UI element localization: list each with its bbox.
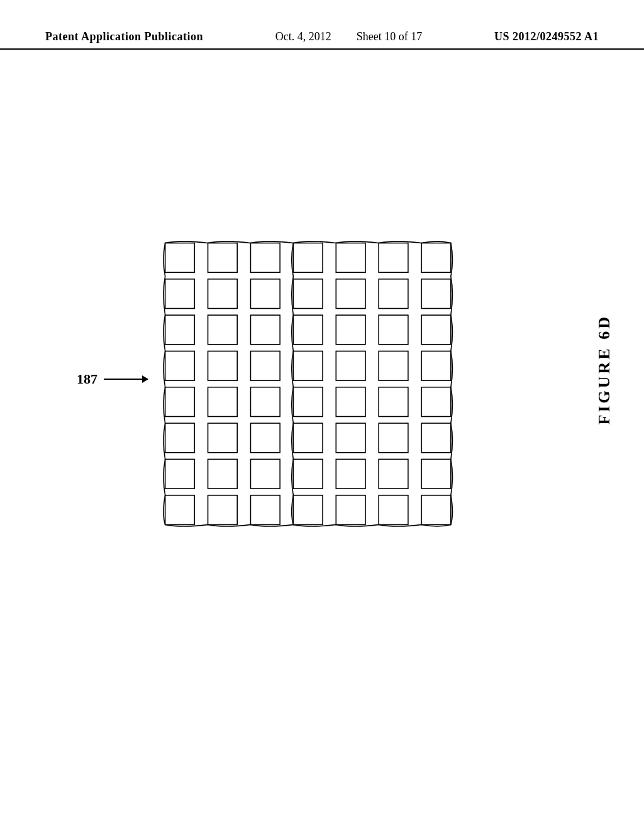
svg-rect-51	[250, 495, 280, 525]
svg-rect-39	[336, 423, 365, 453]
svg-rect-1	[208, 243, 238, 273]
svg-rect-17	[293, 315, 323, 345]
svg-rect-3	[293, 243, 323, 273]
main-content: 187	[0, 239, 644, 541]
svg-rect-44	[250, 459, 280, 489]
svg-rect-6	[421, 243, 451, 273]
header-center: Oct. 4, 2012 Sheet 10 of 17	[275, 30, 422, 43]
svg-rect-19	[379, 315, 408, 345]
svg-rect-29	[208, 387, 238, 417]
figure-label: FIGURE 6D	[595, 314, 614, 424]
sheet-number: Sheet 10 of 17	[357, 30, 422, 43]
svg-rect-36	[208, 423, 238, 453]
svg-rect-7	[165, 279, 195, 309]
svg-rect-26	[379, 351, 408, 380]
arrow-icon	[104, 379, 148, 380]
svg-rect-2	[250, 243, 280, 273]
publication-date: Oct. 4, 2012	[275, 30, 331, 43]
svg-rect-48	[421, 459, 451, 489]
svg-rect-52	[293, 495, 323, 525]
svg-rect-50	[208, 495, 238, 525]
svg-rect-45	[293, 459, 323, 489]
diagram-container: 187	[158, 239, 486, 541]
svg-rect-33	[379, 387, 408, 417]
svg-rect-46	[336, 459, 365, 489]
svg-rect-55	[421, 495, 451, 525]
svg-rect-14	[165, 315, 195, 345]
svg-rect-28	[165, 387, 195, 417]
svg-rect-9	[250, 279, 280, 309]
svg-rect-47	[379, 459, 408, 489]
svg-rect-12	[379, 279, 408, 309]
svg-rect-42	[165, 459, 195, 489]
svg-rect-11	[336, 279, 365, 309]
svg-rect-21	[165, 351, 195, 380]
svg-rect-54	[379, 495, 408, 525]
reference-number-187: 187	[77, 371, 97, 387]
svg-rect-25	[336, 351, 365, 380]
page-header: Patent Application Publication Oct. 4, 2…	[0, 30, 644, 50]
svg-rect-0	[165, 243, 195, 273]
svg-rect-41	[421, 423, 451, 453]
svg-rect-13	[421, 279, 451, 309]
svg-rect-20	[421, 315, 451, 345]
svg-rect-22	[208, 351, 238, 380]
svg-rect-38	[293, 423, 323, 453]
svg-rect-32	[336, 387, 365, 417]
svg-rect-30	[250, 387, 280, 417]
pixel-grid-diagram	[158, 239, 486, 541]
svg-rect-40	[379, 423, 408, 453]
svg-rect-43	[208, 459, 238, 489]
svg-rect-8	[208, 279, 238, 309]
svg-rect-16	[250, 315, 280, 345]
patent-number: US 2012/0249552 A1	[494, 30, 599, 43]
svg-rect-23	[250, 351, 280, 380]
svg-rect-24	[293, 351, 323, 380]
svg-rect-53	[336, 495, 365, 525]
svg-rect-37	[250, 423, 280, 453]
svg-rect-15	[208, 315, 238, 345]
svg-rect-49	[165, 495, 195, 525]
reference-label-187: 187	[77, 371, 148, 387]
svg-rect-35	[165, 423, 195, 453]
svg-rect-10	[293, 279, 323, 309]
svg-rect-5	[379, 243, 408, 273]
svg-rect-4	[336, 243, 365, 273]
svg-rect-18	[336, 315, 365, 345]
svg-rect-27	[421, 351, 451, 380]
svg-rect-31	[293, 387, 323, 417]
svg-rect-34	[421, 387, 451, 417]
publication-title: Patent Application Publication	[45, 30, 203, 43]
